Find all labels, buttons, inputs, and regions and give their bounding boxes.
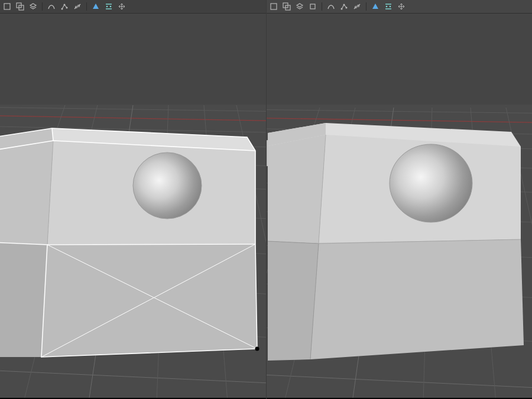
viewport-canvas-right[interactable] — [267, 0, 533, 399]
toolbar-right — [267, 0, 533, 14]
svg-line-65 — [267, 374, 533, 389]
mesh-object[interactable] — [268, 123, 524, 361]
copy-icon[interactable] — [14, 1, 26, 12]
hole — [133, 153, 202, 219]
viewport-canvas-left[interactable] — [0, 0, 266, 399]
isolate-icon[interactable] — [268, 1, 280, 12]
svg-point-62 — [385, 6, 387, 8]
svg-marker-59 — [372, 4, 378, 9]
perspective-icon[interactable] — [90, 1, 102, 12]
svg-point-42 — [133, 153, 202, 219]
toolbar-separator — [42, 2, 43, 11]
svg-point-12 — [106, 6, 108, 8]
camera-icon[interactable] — [382, 1, 394, 12]
svg-point-92 — [390, 144, 472, 222]
curve-icon[interactable] — [46, 1, 57, 12]
move-icon[interactable] — [395, 1, 407, 12]
svg-point-13 — [110, 6, 112, 8]
svg-marker-84 — [268, 135, 326, 244]
mesh-object[interactable] — [0, 128, 259, 357]
svg-line-75 — [267, 109, 533, 113]
svg-marker-3 — [30, 4, 36, 7]
camera-icon[interactable] — [103, 1, 115, 12]
copy-icon[interactable] — [281, 1, 293, 12]
svg-marker-35 — [0, 242, 47, 357]
svg-marker-87 — [310, 239, 524, 359]
svg-rect-53 — [310, 4, 315, 9]
graph-icon[interactable] — [338, 1, 350, 12]
blank-icon[interactable] — [307, 1, 319, 12]
toolbar-separator — [322, 2, 322, 11]
link-icon[interactable] — [351, 1, 363, 12]
perspective-icon[interactable] — [369, 1, 381, 12]
svg-line-45 — [47, 244, 255, 245]
svg-line-74 — [267, 118, 533, 123]
toolbar-separator — [86, 2, 87, 11]
toolbar-left — [0, 0, 266, 14]
move-icon[interactable] — [116, 1, 128, 12]
svg-line-24 — [0, 115, 266, 121]
link-icon[interactable] — [72, 1, 83, 12]
viewport-left[interactable] — [0, 0, 266, 399]
svg-rect-49 — [271, 4, 277, 9]
viewport-right[interactable] — [266, 0, 533, 399]
curve-icon[interactable] — [325, 1, 337, 12]
svg-point-63 — [389, 6, 391, 8]
svg-marker-52 — [297, 4, 303, 7]
svg-marker-34 — [0, 141, 53, 245]
isolate-icon[interactable] — [1, 1, 13, 12]
svg-marker-85 — [268, 241, 319, 361]
vertex[interactable] — [255, 347, 259, 351]
layers-icon[interactable] — [27, 1, 39, 12]
hole — [390, 144, 472, 222]
layers-icon[interactable] — [294, 1, 306, 12]
svg-marker-9 — [93, 4, 99, 9]
graph-icon[interactable] — [59, 1, 70, 12]
toolbar-separator — [366, 2, 366, 11]
svg-rect-0 — [4, 4, 10, 9]
